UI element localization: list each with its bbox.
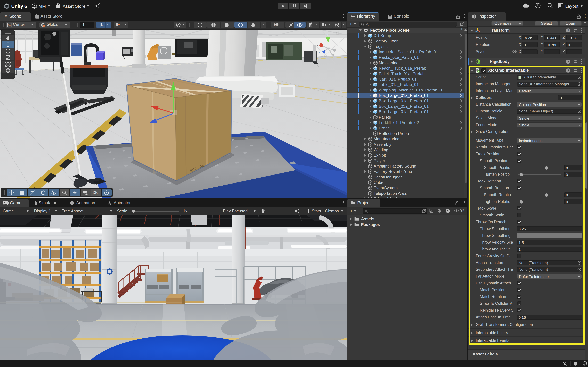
svg-text:?: ? <box>567 60 569 63</box>
svg-text:Y: Y <box>101 25 103 27</box>
svg-text:y: y <box>326 33 328 36</box>
svg-text:?: ? <box>567 69 569 72</box>
svg-text:z: z <box>319 51 320 54</box>
svg-text:?: ? <box>567 29 569 32</box>
svg-text:x: x <box>317 43 318 47</box>
